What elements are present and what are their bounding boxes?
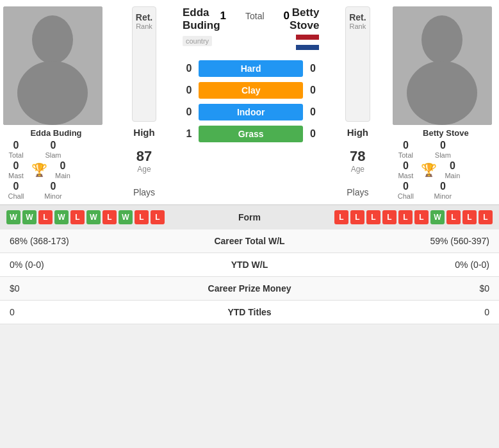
right-stats-row2: 0 Mast 🏆 0 Main: [393, 160, 498, 179]
right-high-text: High: [347, 127, 368, 138]
right-chall-value: 0: [403, 181, 409, 192]
left-name-header: Edda Buding country: [183, 6, 220, 46]
right-form-badge-l: L: [479, 210, 493, 224]
right-stats-row1: 0 Total 0 Slam: [393, 140, 498, 159]
right-name-big: Betty Stove: [290, 6, 319, 31]
svg-point-10: [407, 61, 477, 125]
left-chall-stat: 0 Chall: [3, 181, 29, 200]
right-plays-text: Plays: [347, 187, 368, 197]
stats-row-1: 0% (0-0) YTD W/L 0% (0-0): [0, 253, 499, 277]
hard-button[interactable]: Hard: [199, 60, 303, 77]
right-form-badge-l: L: [398, 210, 413, 224]
total-row: 1 Total 0: [220, 10, 290, 22]
surface-row-hard: 0 Hard 0: [179, 58, 322, 79]
right-player-name: Betty Stove: [393, 128, 498, 138]
clay-button[interactable]: Clay: [199, 82, 303, 99]
total-center: 1 Total 0: [220, 6, 290, 22]
left-total-label: Total: [8, 151, 23, 159]
left-form-badges: WWLWLWLWLL: [6, 210, 165, 224]
clay-right-count: 0: [303, 85, 322, 96]
total-label: Total: [245, 11, 265, 21]
right-minor-stat: 0 Minor: [430, 181, 455, 200]
form-label: Form: [165, 212, 334, 222]
svg-point-1: [32, 15, 73, 64]
left-form-badge-w: W: [86, 210, 101, 224]
stats-right-2: $0: [314, 283, 490, 294]
right-main-label: Main: [445, 172, 460, 179]
right-silhouette: [393, 6, 492, 125]
left-main-label: Main: [55, 172, 70, 179]
left-mast-stat: 0 Mast: [3, 160, 29, 179]
stats-left-1: 0% (0-0): [10, 260, 186, 270]
right-country-flag: [290, 35, 319, 53]
svg-point-8: [421, 15, 462, 64]
indoor-button[interactable]: Indoor: [199, 104, 303, 120]
right-chall-label: Chall: [398, 192, 414, 200]
total-left-count: 1: [220, 10, 226, 22]
left-form-badge-l: L: [102, 210, 117, 224]
left-chall-value: 0: [13, 181, 19, 192]
stats-center-2: Career Prize Money: [186, 283, 314, 294]
stats-left-0: 68% (368-173): [10, 236, 186, 246]
surface-row-grass: 1 Grass 0: [179, 123, 322, 145]
right-mast-label: Mast: [398, 172, 413, 179]
right-mast-value: 0: [403, 160, 409, 172]
svg-point-3: [17, 61, 88, 125]
right-slam-label: Slam: [435, 151, 451, 159]
right-form-badge-l: L: [462, 210, 477, 224]
surface-row-indoor: 0 Indoor 0: [179, 101, 322, 123]
left-stats-row3: 0 Chall 0 Minor: [3, 181, 109, 200]
stats-center-3: YTD Titles: [186, 307, 314, 317]
right-form-badge-l: L: [446, 210, 461, 224]
left-mast-value: 0: [13, 160, 19, 172]
left-rank-sub: Rank: [136, 22, 152, 30]
left-country-code: country: [183, 36, 212, 46]
grass-right-count: 0: [303, 128, 322, 140]
left-minor-stat: 0 Minor: [40, 181, 66, 200]
stats-right-3: 0: [314, 307, 490, 317]
left-age-label: Age: [136, 165, 152, 174]
left-slam-stat: 0 Slam: [40, 140, 66, 159]
right-total-value: 0: [403, 140, 409, 151]
indoor-right-count: 0: [303, 106, 322, 118]
right-main-value: 0: [450, 160, 455, 172]
right-form-badge-l: L: [350, 210, 364, 224]
surfaces-container: 0 Hard 0 0 Clay 0 0 Indoor 0: [179, 58, 322, 145]
left-trophy-icon: 🏆: [31, 163, 47, 176]
left-stats-row2: 0 Mast 🏆 0 Main: [3, 160, 109, 179]
right-slam-value: 0: [440, 140, 446, 151]
stats-right-1: 0% (0-0): [314, 260, 490, 270]
indoor-left-count: 0: [179, 106, 199, 118]
right-minor-value: 0: [440, 181, 446, 192]
left-form-badge-l: L: [70, 210, 85, 224]
right-form-badge-l: L: [414, 210, 429, 224]
left-minor-value: 0: [51, 181, 56, 192]
left-total-stat: 0 Total: [3, 140, 29, 159]
form-section: WWLWLWLWLL Form LLLLLLWLLL: [0, 204, 499, 229]
main-container: Edda Buding 0 Total 0 Slam 0 Mast 🏆: [0, 0, 499, 324]
svg-rect-6: [296, 45, 319, 50]
left-form-badge-w: W: [54, 210, 69, 224]
left-slam-label: Slam: [45, 151, 61, 159]
right-main-stat: 0 Main: [439, 160, 465, 179]
hard-left-count: 0: [179, 63, 199, 74]
svg-rect-5: [296, 40, 319, 45]
grass-left-count: 1: [179, 128, 199, 140]
left-main-value: 0: [60, 160, 66, 172]
stats-row-0: 68% (368-173) Career Total W/L 59% (560-…: [0, 229, 499, 253]
career-stats-grid: 68% (368-173) Career Total W/L 59% (560-…: [0, 229, 499, 324]
right-age-label: Age: [350, 165, 365, 174]
right-form-badge-w: W: [430, 210, 445, 224]
center-area: Edda Buding country 1 Total 0 Betty Stov…: [179, 6, 322, 201]
right-age-value: 78: [350, 148, 365, 164]
left-player-photo: [3, 6, 102, 125]
total-right-count: 0: [284, 10, 290, 22]
left-form-badge-l: L: [151, 210, 165, 224]
stats-left-3: 0: [10, 307, 186, 317]
left-main-stat: 0 Main: [50, 160, 76, 179]
grass-button[interactable]: Grass: [199, 126, 303, 142]
left-name-big: Edda Buding: [183, 6, 220, 31]
right-rank-value: Ret.: [349, 12, 366, 22]
right-total-stat: 0 Total: [393, 140, 418, 159]
left-form-badge-l: L: [135, 210, 149, 224]
